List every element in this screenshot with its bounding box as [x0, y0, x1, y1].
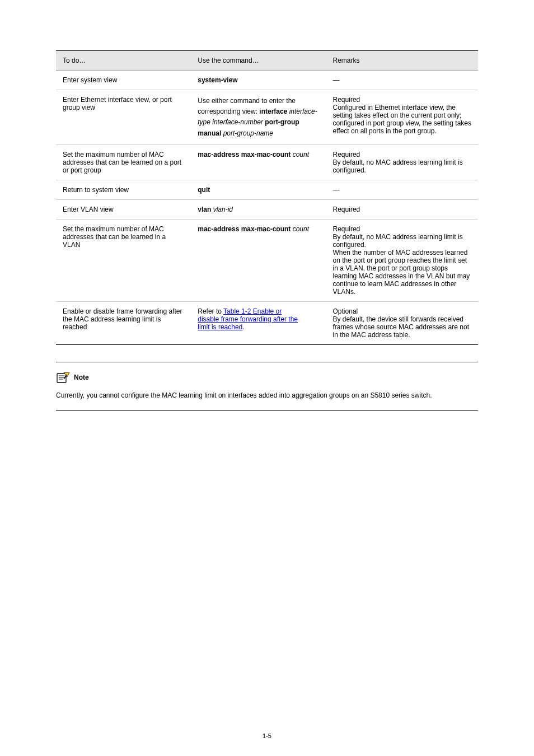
table-row: Return to system view quit — [56, 180, 478, 199]
cmd-arg: vlan-id [213, 206, 233, 213]
cmd-keyword: mac-address max-mac-count [198, 151, 292, 158]
cmd-arg: count [293, 225, 309, 233]
cmd-keyword: mac-address max-mac-count [198, 225, 292, 233]
cmd-keyword: quit [198, 186, 210, 194]
cell-remarks: — [326, 180, 478, 199]
cross-ref-link[interactable]: disable frame forwarding after the [198, 315, 298, 323]
col-header-command: Use the command… [191, 51, 326, 71]
note-header: Note [56, 371, 478, 384]
table-row: Set the maximum number of MAC addresses … [56, 219, 478, 301]
cmd-arg: port-group-name [223, 129, 273, 137]
note-body: Currently, you cannot configure the MAC … [56, 390, 478, 400]
table-row: Set the maximum number of MAC addresses … [56, 144, 478, 180]
cell-command: quit [191, 180, 326, 199]
cell-remarks: Required By default, no MAC address lear… [326, 144, 478, 180]
cell-action: Set the maximum number of MAC addresses … [56, 144, 191, 180]
cell-command: system-view [191, 71, 326, 90]
config-table: To do… Use the command… Remarks Enter sy… [56, 50, 478, 345]
cell-remarks: Optional By default, the device still fo… [326, 301, 478, 344]
cell-action: Set the maximum number of MAC addresses … [56, 219, 191, 301]
note-box: Note Currently, you cannot configure the… [56, 362, 478, 411]
cmd-prefix: Refer to [198, 307, 223, 315]
cmd-text: system-view [198, 76, 237, 84]
table-row: Enter VLAN view vlan vlan-id Required [56, 199, 478, 219]
table-row: Enter Ethernet interface view, or port g… [56, 90, 478, 145]
cell-command: mac-address max-mac-count count [191, 144, 326, 180]
cmd-arg: count [293, 151, 309, 158]
cell-remarks: Required By default, no MAC address lear… [326, 219, 478, 301]
cell-action: Return to system view [56, 180, 191, 199]
cell-command: Refer to Table 1-2 Enable or disable fra… [191, 301, 326, 344]
cell-action: Enter VLAN view [56, 199, 191, 219]
cell-action: Enable or disable frame forwarding after… [56, 301, 191, 344]
cmd-keyword: interface [259, 108, 289, 115]
cmd-suffix: . [242, 323, 244, 331]
cross-ref-link[interactable]: limit is reached [198, 323, 242, 331]
table-row: Enable or disable frame forwarding after… [56, 301, 478, 344]
cell-action: Enter Ethernet interface view, or port g… [56, 90, 191, 145]
cmd-keyword: vlan [198, 206, 213, 213]
table-header-row: To do… Use the command… Remarks [56, 51, 478, 71]
cell-action: Enter system view [56, 71, 191, 90]
col-header-remarks: Remarks [326, 51, 478, 71]
cell-command: vlan vlan-id [191, 199, 326, 219]
cell-command: Use either command to enter the correspo… [191, 90, 326, 145]
cell-remarks: Required Configured in Ethernet interfac… [326, 90, 478, 145]
col-header-action: To do… [56, 51, 191, 71]
cell-remarks: — [326, 71, 478, 90]
cross-ref-link[interactable]: Table 1-2 Enable or [223, 307, 282, 315]
table-row: Enter system view system-view — [56, 71, 478, 90]
cell-remarks: Required [326, 199, 478, 219]
note-label: Note [74, 374, 89, 381]
cell-command: mac-address max-mac-count count [191, 219, 326, 301]
note-icon [56, 371, 71, 384]
